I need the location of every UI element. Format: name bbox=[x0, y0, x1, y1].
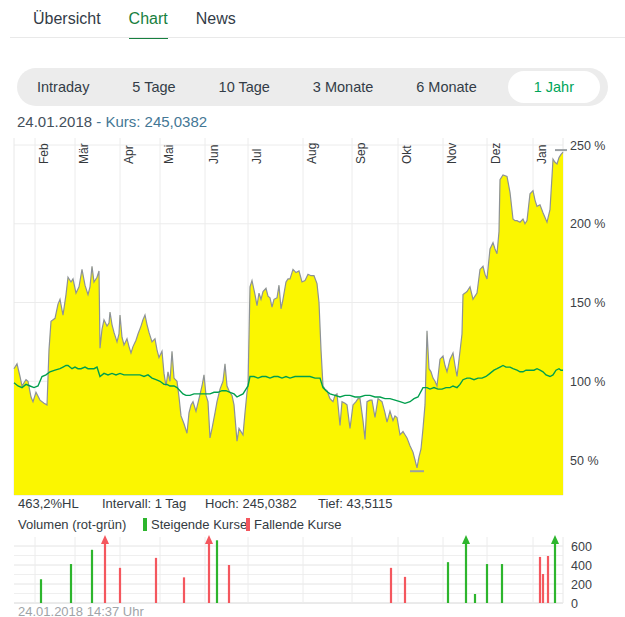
volume-bar-arrow-icon bbox=[205, 535, 213, 544]
stat-interval: Intervall: 1 Tag bbox=[102, 496, 186, 511]
volume-legend: Volumen (rot-grün) Steigende Kurse Falle… bbox=[0, 517, 625, 533]
rising-volume-marker-icon bbox=[143, 518, 147, 531]
stat-range-hl: 463,2%HL bbox=[18, 496, 79, 511]
volume-axis-tick-label: 600 bbox=[571, 540, 592, 554]
volume-axis-tick-label: 0 bbox=[571, 597, 578, 611]
range-3-monate[interactable]: 3 Monate bbox=[301, 79, 385, 95]
x-axis-month-label: Nov bbox=[445, 143, 459, 164]
x-axis-month-label: Feb bbox=[37, 143, 51, 164]
volume-axis-tick-label: 200 bbox=[571, 578, 592, 592]
x-axis-month-label: Jul bbox=[250, 149, 264, 164]
x-axis-month-label: Sep bbox=[354, 142, 368, 164]
y-axis-tick-label: 150 % bbox=[570, 296, 605, 310]
x-axis-month-label: Apr bbox=[122, 145, 136, 164]
x-axis-month-label: Jan bbox=[535, 145, 549, 164]
volume-bar-arrow-icon bbox=[101, 535, 109, 544]
falling-volume-marker-icon bbox=[246, 518, 250, 531]
range-1-jahr[interactable]: 1 Jahr bbox=[508, 71, 600, 103]
range-intraday[interactable]: Intraday bbox=[25, 79, 101, 95]
price-date: 24.01.2018 bbox=[17, 113, 92, 130]
quote-timestamp: 24.01.2018 14:37 Uhr bbox=[18, 604, 144, 617]
x-axis-month-label: Dez bbox=[489, 143, 503, 164]
volume-legend-title: Volumen (rot-grün) bbox=[18, 517, 126, 532]
y-axis-tick-label: 50 % bbox=[570, 454, 599, 468]
tab-divider bbox=[10, 37, 625, 38]
tab-chart[interactable]: Chart bbox=[129, 10, 168, 39]
volume-axis-tick-label: 400 bbox=[571, 559, 592, 573]
stat-low: Tief: 43,5115 bbox=[318, 496, 392, 511]
y-axis-tick-label: 200 % bbox=[570, 217, 605, 231]
range-selector: Intraday 5 Tage 10 Tage 3 Monate 6 Monat… bbox=[17, 68, 608, 106]
volume-bar-arrow-icon bbox=[462, 535, 470, 544]
y-axis-tick-label: 250 % bbox=[570, 139, 605, 153]
price-area-fill bbox=[14, 152, 563, 495]
x-axis-month-label: Okt bbox=[400, 145, 414, 164]
tab-uebersicht[interactable]: Übersicht bbox=[33, 10, 101, 39]
price-header: 24.01.2018 - Kurs: 245,0382 bbox=[17, 113, 207, 130]
chart-stats-row: 463,2%HL Intervall: 1 Tag Hoch: 245,0382… bbox=[0, 496, 625, 512]
chart-page: Übersicht Chart News Intraday 5 Tage 10 … bbox=[0, 0, 625, 617]
tab-bar: Übersicht Chart News bbox=[33, 10, 236, 39]
x-axis-month-label: Mär bbox=[77, 143, 91, 164]
y-axis-tick-label: 100 % bbox=[570, 375, 605, 389]
stat-high: Hoch: 245,0382 bbox=[205, 496, 297, 511]
tab-news[interactable]: News bbox=[196, 10, 236, 39]
x-axis-month-label: Jun bbox=[207, 145, 221, 164]
rising-volume-label: Steigende Kurse bbox=[151, 517, 247, 532]
range-10-tage[interactable]: 10 Tage bbox=[207, 79, 282, 95]
range-5-tage[interactable]: 5 Tage bbox=[120, 79, 187, 95]
price-kurs: - Kurs: 245,0382 bbox=[92, 113, 207, 130]
x-axis-month-label: Aug bbox=[305, 143, 319, 164]
x-axis-month-label: Mai bbox=[162, 145, 176, 164]
main-price-chart[interactable]: 50 %100 %150 %200 %250 %FebMärAprMaiJunJ… bbox=[0, 130, 625, 498]
volume-bar-chart[interactable]: 0200400600 bbox=[0, 533, 625, 611]
range-6-monate[interactable]: 6 Monate bbox=[404, 79, 488, 95]
volume-bar-arrow-icon bbox=[551, 535, 559, 544]
falling-volume-label: Fallende Kurse bbox=[254, 517, 341, 532]
